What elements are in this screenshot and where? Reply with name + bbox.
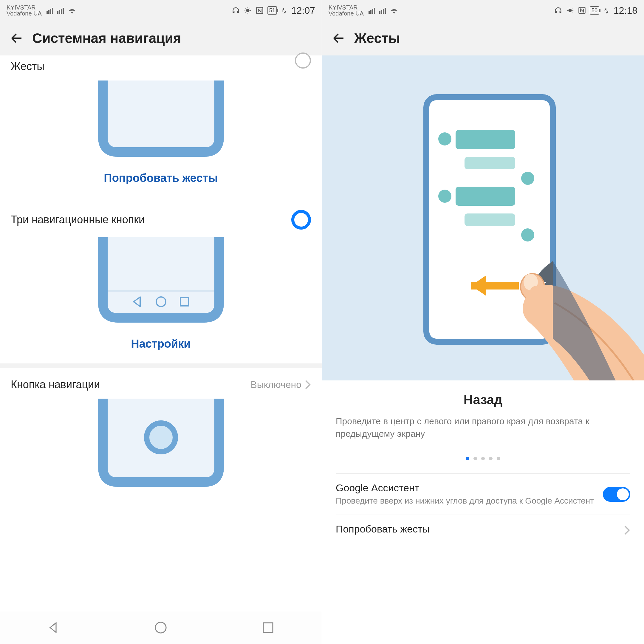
- eye-comfort-icon: [244, 6, 252, 15]
- carrier-labels: KYIVSTAR Vodafone UA: [329, 4, 364, 16]
- option-gestures[interactable]: Жесты: [0, 54, 322, 76]
- dot-2[interactable]: [473, 457, 477, 460]
- dot-5[interactable]: [497, 457, 500, 460]
- signal-icon: [47, 7, 54, 14]
- gesture-illustration[interactable]: [322, 55, 644, 380]
- divider: [336, 473, 630, 474]
- status-bar: KYIVSTAR Vodafone UA 51 12:07: [0, 0, 322, 21]
- back-arrow-icon: [10, 31, 24, 45]
- chevron-right-icon: [624, 525, 630, 535]
- option-nav-button[interactable]: Кнопка навигации Выключено: [0, 368, 322, 394]
- svg-point-14: [155, 622, 166, 633]
- svg-point-34: [521, 228, 534, 241]
- illustration-three-buttons: [0, 233, 322, 327]
- dot-3[interactable]: [481, 457, 485, 460]
- svg-rect-33: [465, 213, 515, 226]
- status-right: 50 12:18: [554, 5, 637, 16]
- app-header: Жесты: [322, 21, 644, 55]
- option-navbtn-value: Выключено: [250, 379, 301, 390]
- google-assistant-title: Google Ассистент: [336, 482, 594, 494]
- svg-rect-0: [47, 11, 48, 14]
- svg-rect-21: [381, 10, 382, 14]
- signal-icon: [57, 7, 65, 14]
- svg-rect-15: [263, 623, 273, 632]
- phone-nav-button-icon: [91, 399, 231, 488]
- google-assistant-toggle[interactable]: [603, 487, 630, 502]
- page-title: Системная навигация: [32, 30, 181, 46]
- signal-icon: [369, 7, 376, 14]
- try-gestures-row[interactable]: Попробовать жесты: [322, 516, 644, 544]
- svg-point-30: [521, 172, 534, 185]
- back-arrow-icon: [332, 31, 346, 45]
- battery-icon: 50: [590, 6, 599, 15]
- option-three-label: Три навигационные кнопки: [11, 213, 145, 226]
- svg-point-13: [147, 423, 175, 452]
- wifi-icon: [68, 7, 76, 14]
- swipe-back-illustration-icon: [322, 55, 644, 380]
- section-divider: [0, 363, 322, 368]
- svg-rect-4: [57, 11, 58, 14]
- option-three-buttons[interactable]: Три навигационные кнопки: [0, 198, 322, 233]
- status-bar: KYIVSTAR Vodafone UA 50 12:18: [322, 0, 644, 21]
- google-assistant-row[interactable]: Google Ассистент Проведите вверх из нижн…: [322, 475, 644, 513]
- option-gestures-label: Жесты: [11, 60, 44, 73]
- slide-title: Назад: [336, 392, 630, 415]
- dot-1[interactable]: [466, 457, 469, 460]
- page-indicator[interactable]: [322, 443, 644, 472]
- three-buttons-settings-link[interactable]: Настройки: [0, 327, 322, 363]
- carrier-2: Vodafone UA: [329, 10, 364, 16]
- back-button[interactable]: [9, 30, 24, 46]
- svg-rect-19: [374, 8, 375, 14]
- svg-rect-3: [52, 8, 53, 14]
- carrier-labels: KYIVSTAR Vodafone UA: [7, 4, 42, 16]
- svg-rect-17: [370, 10, 371, 14]
- battery-icon: 51: [267, 6, 277, 15]
- battery-level: 50: [592, 8, 597, 13]
- svg-rect-20: [379, 11, 380, 14]
- svg-point-8: [246, 9, 250, 12]
- eye-comfort-icon: [566, 6, 574, 15]
- svg-rect-28: [456, 130, 515, 149]
- option-navbtn-label: Кнопка навигации: [11, 378, 100, 391]
- slide-description: Проведите в центр с левого или правого к…: [336, 415, 630, 440]
- illustration-gestures: [0, 76, 322, 161]
- carrier-1: KYIVSTAR: [329, 4, 364, 10]
- status-right: 51 12:07: [232, 5, 315, 16]
- divider: [336, 515, 630, 515]
- svg-rect-2: [50, 9, 51, 14]
- svg-rect-31: [456, 187, 515, 206]
- dot-4[interactable]: [489, 457, 493, 460]
- carrier-2: Vodafone UA: [7, 10, 42, 16]
- leaf-icon: [603, 7, 610, 14]
- nfc-icon: [256, 6, 264, 15]
- svg-rect-5: [59, 10, 60, 14]
- svg-rect-6: [61, 9, 62, 14]
- svg-point-32: [438, 190, 451, 203]
- radio-gestures[interactable]: [295, 52, 311, 69]
- nav-home-icon[interactable]: [154, 620, 168, 635]
- svg-rect-7: [63, 8, 64, 14]
- signal-icons: [369, 7, 398, 14]
- try-gestures-label: Попробовать жесты: [336, 523, 430, 535]
- illustration-nav-button: [0, 394, 322, 491]
- svg-point-27: [438, 132, 451, 145]
- svg-rect-1: [48, 10, 49, 14]
- svg-rect-23: [385, 8, 386, 14]
- signal-icon: [379, 7, 387, 14]
- signal-icons: [47, 7, 76, 14]
- back-button[interactable]: [331, 30, 346, 46]
- phone-three-buttons-icon: [91, 237, 231, 324]
- app-header: Системная навигация: [0, 21, 322, 55]
- radio-three-buttons[interactable]: [291, 210, 311, 230]
- nav-back-icon[interactable]: [47, 620, 61, 635]
- try-gestures-link[interactable]: Попробовать жесты: [0, 161, 322, 198]
- nfc-icon: [578, 6, 586, 15]
- clock-time: 12:07: [291, 5, 315, 16]
- carrier-1: KYIVSTAR: [7, 4, 42, 10]
- nav-recent-icon[interactable]: [261, 620, 275, 635]
- screen-gestures: KYIVSTAR Vodafone UA 50 12:18 Жесты: [322, 0, 644, 644]
- clock-time: 12:18: [614, 5, 637, 16]
- svg-point-24: [568, 9, 572, 12]
- phone-u-shape-icon: [91, 81, 231, 158]
- page-title: Жесты: [354, 30, 400, 46]
